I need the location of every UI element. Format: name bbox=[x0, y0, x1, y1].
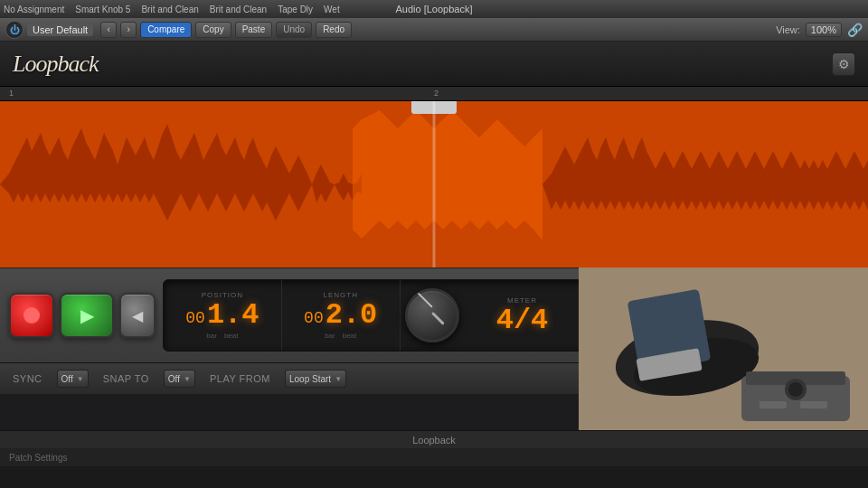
position-sub2: beat bbox=[224, 332, 239, 340]
sync-select[interactable]: Off ▼ bbox=[57, 370, 89, 388]
svg-point-10 bbox=[788, 382, 803, 397]
stop-button[interactable]: ◀ bbox=[119, 293, 156, 338]
title-bar: No Assignment Smart Knob 5 Brit and Clea… bbox=[0, 0, 868, 18]
knob-indicator bbox=[431, 312, 445, 325]
view-label: View: bbox=[776, 24, 800, 35]
timeline: 1 2 bbox=[0, 87, 868, 101]
controls-section: ▶ ◀ POSITION 00 1.4 bar beat LENGTH bbox=[0, 267, 868, 362]
main-knob[interactable] bbox=[405, 288, 459, 343]
copy-button[interactable]: Copy bbox=[195, 22, 231, 38]
status-label: Loopback bbox=[412, 435, 456, 446]
waveform-section[interactable]: 1 2 bbox=[0, 87, 868, 267]
view-value[interactable]: 100% bbox=[806, 23, 842, 37]
transport-controls: ▶ ◀ bbox=[9, 293, 156, 338]
record-button[interactable] bbox=[9, 293, 54, 338]
undo-button[interactable]: Undo bbox=[276, 22, 312, 38]
sync-label: SYNC bbox=[13, 373, 42, 384]
sync-arrow-icon: ▼ bbox=[77, 375, 84, 383]
knob-container bbox=[401, 280, 464, 351]
plugin-header: Loopback ⚙ bbox=[0, 42, 868, 87]
paste-button[interactable]: Paste bbox=[235, 22, 273, 38]
length-value: 2.0 bbox=[326, 301, 378, 330]
menu-no-assignment-1[interactable]: No Assignment bbox=[4, 5, 64, 14]
length-sub1: bar bbox=[325, 332, 335, 340]
stop-icon: ◀ bbox=[132, 307, 143, 324]
play-button[interactable]: ▶ bbox=[60, 293, 114, 338]
record-icon bbox=[24, 307, 40, 324]
plugin-area: Loopback ⚙ 1 2 bbox=[0, 42, 868, 430]
position-sub1: bar bbox=[206, 332, 217, 340]
menu-smart-knob[interactable]: Smart Knob 5 bbox=[75, 5, 130, 14]
playhead bbox=[433, 101, 436, 267]
length-prefix: 00 bbox=[304, 309, 324, 327]
menu-wet[interactable]: Wet bbox=[324, 5, 340, 14]
toolbar-right: View: 100% 🔗 bbox=[776, 23, 863, 37]
play-icon: ▶ bbox=[80, 305, 94, 326]
snap-label: SNAP TO bbox=[103, 373, 149, 384]
timeline-marker-2: 2 bbox=[434, 89, 439, 98]
play-from-label: PLAY FROM bbox=[210, 373, 270, 384]
meter-value: 4/4 bbox=[496, 306, 549, 335]
compare-button[interactable]: Compare bbox=[140, 22, 192, 38]
position-value: 1.4 bbox=[207, 301, 259, 330]
status-bar: Loopback bbox=[0, 430, 868, 448]
nav-forward-button[interactable]: › bbox=[120, 22, 137, 38]
patch-settings-label[interactable]: Patch Settings bbox=[9, 453, 67, 463]
menu-tape-dly-1[interactable]: Tape Dly bbox=[278, 5, 313, 14]
preset-name: User Default bbox=[27, 23, 93, 36]
length-display: LENGTH 00 2.0 bar beat bbox=[282, 280, 401, 351]
position-display: POSITION 00 1.4 bar beat bbox=[164, 280, 282, 351]
menu-brit-clean-1[interactable]: Brit and Clean bbox=[141, 5, 198, 14]
timeline-marker-1: 1 bbox=[9, 89, 14, 98]
foot-pedal-image bbox=[579, 267, 868, 430]
play-from-value: Loop Start bbox=[289, 374, 331, 384]
meter-display: METER 4/4 bbox=[464, 280, 582, 351]
nav-back-button[interactable]: ‹ bbox=[100, 22, 117, 38]
toolbar: ⏻ User Default ‹ › Compare Copy Paste Un… bbox=[0, 18, 868, 42]
svg-rect-11 bbox=[760, 401, 787, 408]
photo-area bbox=[579, 267, 868, 430]
snap-value: Off bbox=[168, 374, 180, 384]
play-from-select[interactable]: Loop Start ▼ bbox=[285, 370, 346, 388]
sync-value: Off bbox=[61, 374, 73, 384]
snap-select[interactable]: Off ▼ bbox=[164, 370, 195, 388]
waveform-display[interactable] bbox=[0, 101, 868, 267]
chain-icon[interactable]: 🔗 bbox=[847, 23, 863, 37]
power-icon: ⏻ bbox=[10, 24, 20, 35]
plugin-logo: Loopback bbox=[13, 51, 99, 78]
settings-button[interactable]: ⚙ bbox=[832, 52, 855, 76]
play-from-arrow-icon: ▼ bbox=[335, 375, 342, 383]
menu-brit-clean-2[interactable]: Brit and Clean bbox=[210, 5, 267, 14]
window-title: Audio [Loopback] bbox=[395, 4, 472, 14]
redo-button[interactable]: Redo bbox=[316, 22, 352, 38]
patch-settings-bar: Patch Settings bbox=[0, 448, 868, 466]
snap-arrow-icon: ▼ bbox=[184, 375, 191, 383]
power-button[interactable]: ⏻ bbox=[5, 21, 24, 39]
svg-rect-12 bbox=[800, 401, 827, 408]
position-prefix: 00 bbox=[185, 309, 205, 327]
gear-icon: ⚙ bbox=[838, 57, 850, 71]
length-sub2: beat bbox=[343, 332, 357, 340]
